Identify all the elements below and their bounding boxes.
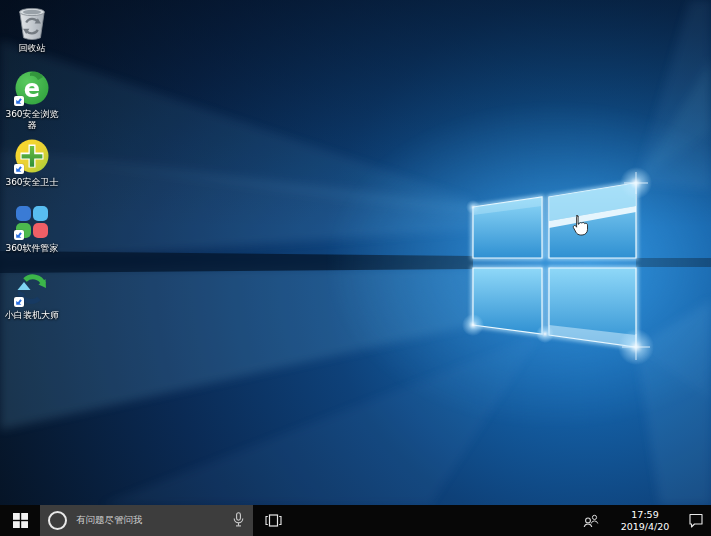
desktop-icon-360-browser[interactable]: e 360安全浏览器 bbox=[0, 69, 64, 131]
recycle-bin-icon bbox=[14, 4, 50, 42]
shortcut-arrow-icon bbox=[14, 164, 24, 174]
task-view-button[interactable] bbox=[260, 505, 286, 536]
taskbar-clock[interactable]: 17:59 2019/4/20 bbox=[613, 505, 677, 536]
people-icon bbox=[583, 514, 600, 528]
wallpaper-image bbox=[0, 0, 711, 505]
action-center-button[interactable] bbox=[681, 505, 711, 536]
action-center-icon bbox=[688, 513, 704, 528]
task-view-icon bbox=[265, 514, 282, 527]
desktop-icon-recycle-bin[interactable]: 回收站 bbox=[0, 3, 64, 54]
clock-time: 17:59 bbox=[613, 509, 677, 521]
cortana-search-box[interactable]: 有问题尽管问我 bbox=[40, 505, 253, 536]
start-button[interactable] bbox=[0, 505, 40, 536]
desktop[interactable]: 回收站 e 360安全浏览器 bbox=[0, 0, 711, 505]
desktop-icon-label: 360安全浏览器 bbox=[2, 109, 62, 131]
taskbar-empty-area bbox=[286, 505, 579, 536]
shortcut-arrow-icon bbox=[14, 96, 24, 106]
desktop-icon-xiaobai-installer[interactable]: 小白装机大师 bbox=[0, 270, 64, 321]
windows-logo-icon bbox=[13, 513, 28, 528]
clock-date: 2019/4/20 bbox=[613, 521, 677, 533]
desktop-icon-label: 360软件管家 bbox=[5, 243, 58, 254]
desktop-icon-label: 360安全卫士 bbox=[5, 177, 58, 188]
microphone-icon[interactable] bbox=[232, 512, 245, 528]
desktop-icon-label: 回收站 bbox=[19, 43, 46, 54]
people-button[interactable] bbox=[579, 505, 603, 536]
shortcut-arrow-icon bbox=[14, 297, 24, 307]
desktop-icon-360-software-manager[interactable]: 360软件管家 bbox=[0, 203, 64, 254]
shortcut-arrow-icon bbox=[14, 230, 24, 240]
desktop-icon-360-safeguard[interactable]: 360安全卫士 bbox=[0, 137, 64, 188]
cortana-icon bbox=[48, 511, 67, 530]
search-input[interactable]: 有问题尽管问我 bbox=[76, 514, 143, 527]
desktop-icon-label: 小白装机大师 bbox=[5, 310, 59, 321]
taskbar: 有问题尽管问我 17:59 2019/4/20 bbox=[0, 505, 711, 536]
svg-text:e: e bbox=[24, 75, 40, 103]
